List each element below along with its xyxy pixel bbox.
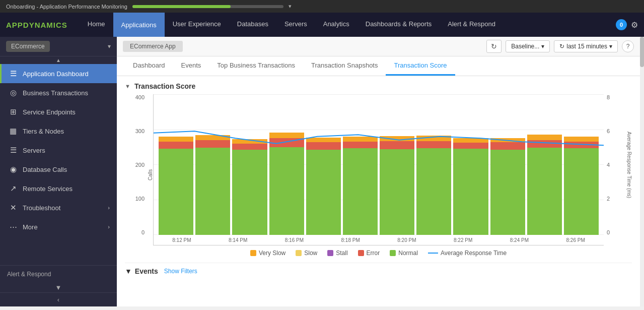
nav-servers[interactable]: Servers <box>276 13 315 37</box>
body-layout: ECommerce ▾ ▲ ☰ Application Dashboard ◎ … <box>0 37 644 306</box>
y-left-300: 300 <box>135 128 145 134</box>
logo-app: APP <box>6 21 23 29</box>
sidebar-scroll-down[interactable]: ▼ <box>0 283 117 292</box>
application-dashboard-icon: ☰ <box>9 69 18 78</box>
bar-error <box>416 141 451 148</box>
sidebar-item-label: Database Calls <box>23 166 67 173</box>
refresh-button[interactable]: ↻ <box>486 40 502 53</box>
main-content: ECommerce App ↻ Baseline... ▾ ↻ last 15 … <box>117 37 640 306</box>
bar-group <box>343 94 378 235</box>
loading-bar-container: Onboarding - Application Performance Mon… <box>0 0 644 13</box>
sidebar-item-more[interactable]: ⋯ More › <box>0 217 117 236</box>
sidebar-item-remote-services[interactable]: ↗ Remote Services <box>0 179 117 198</box>
y-axis-right-label: Average Response Time (ms) <box>626 94 632 245</box>
events-header[interactable]: ▼ Events <box>125 267 158 275</box>
bar-very-slow <box>269 133 304 138</box>
sidebar-item-business-transactions[interactable]: ◎ Business Transactions <box>0 83 117 102</box>
normal-box <box>390 250 396 256</box>
time-range-button[interactable]: ↻ last 15 minutes ▾ <box>554 40 618 52</box>
database-calls-icon: ◉ <box>9 165 18 174</box>
sidebar-chevron-icon[interactable]: ▾ <box>108 43 111 50</box>
sidebar-item-tiers-nodes[interactable]: ▦ Tiers & Nodes <box>0 121 117 141</box>
show-filters-button[interactable]: Show Filters <box>164 268 197 275</box>
sidebar-header: ECommerce ▾ <box>0 37 117 56</box>
legend-normal: Normal <box>390 250 418 257</box>
nav-databases[interactable]: Databases <box>229 13 276 37</box>
y-axis-right: 8 6 4 2 0 <box>604 94 626 245</box>
bar-group <box>527 94 562 235</box>
stall-label: Stall <box>336 250 347 257</box>
nav-badge[interactable]: 0 <box>616 19 627 30</box>
sidebar-item-service-endpoints[interactable]: ⊞ Service Endpoints <box>0 102 117 121</box>
section-toggle-icon: ▼ <box>125 83 130 89</box>
troubleshoot-icon: ✕ <box>9 203 18 212</box>
bar-group <box>195 94 230 235</box>
time-label: last 15 minutes <box>566 43 607 50</box>
legend-slow: Slow <box>296 250 317 257</box>
bars-container <box>154 94 604 235</box>
nav-applications[interactable]: Applications <box>113 13 165 37</box>
sub-toolbar: ECommerce App ↻ Baseline... ▾ ↻ last 15 … <box>117 37 640 56</box>
stall-box <box>327 250 333 256</box>
loading-bar-arrow[interactable]: ▾ <box>289 3 292 10</box>
nav-alert[interactable]: Alert & Respond <box>440 13 504 37</box>
bar-normal <box>564 148 599 235</box>
sidebar-item-troubleshoot[interactable]: ✕ Troubleshoot › <box>0 198 117 217</box>
x-label: 8:14 PM <box>229 237 247 243</box>
sidebar-alert-respond[interactable]: Alert & Respond <box>0 265 117 283</box>
chart-section-header[interactable]: ▼ Transaction Score <box>125 82 632 90</box>
tab-top-business-transactions[interactable]: Top Business Transactions <box>209 56 303 76</box>
scrollbar-thumb[interactable] <box>640 37 644 67</box>
bar-normal <box>195 148 230 235</box>
loading-bar-text: Onboarding - Application Performance Mon… <box>6 4 127 10</box>
bar-error <box>527 140 562 148</box>
sidebar-item-application-dashboard[interactable]: ☰ Application Dashboard <box>0 64 117 83</box>
chart-title: Transaction Score <box>134 82 195 90</box>
bar-group <box>564 94 599 235</box>
right-scrollbar[interactable] <box>640 37 644 306</box>
logo-dynamics: DYNAMICS <box>23 21 67 29</box>
bar-very-slow <box>195 135 230 140</box>
nav-home[interactable]: Home <box>80 13 113 37</box>
bar-group <box>490 94 525 235</box>
sub-toolbar-app-name[interactable]: ECommerce App <box>123 41 183 52</box>
x-axis: 8:12 PM8:14 PM8:16 PM8:18 PM8:20 PM8:22 … <box>154 235 604 245</box>
sidebar-scroll-up[interactable]: ▲ <box>0 56 117 64</box>
gear-icon[interactable]: ⚙ <box>631 20 638 30</box>
sidebar-item-database-calls[interactable]: ◉ Database Calls <box>0 160 117 179</box>
baseline-button[interactable]: Baseline... ▾ <box>506 40 550 52</box>
y-right-6: 6 <box>607 128 610 134</box>
sidebar-collapse-button[interactable]: ‹ <box>0 292 117 306</box>
events-toggle-icon: ▼ <box>125 267 132 275</box>
avg-response-line <box>428 253 438 254</box>
more-icon: ⋯ <box>9 222 18 231</box>
sidebar-item-label: More <box>23 223 38 231</box>
events-section: ▼ Events Show Filters <box>125 263 632 277</box>
tab-events[interactable]: Events <box>173 56 209 76</box>
bar-error <box>269 138 304 147</box>
help-button[interactable]: ? <box>622 40 634 52</box>
normal-label: Normal <box>398 250 418 257</box>
bar-very-slow <box>564 137 599 142</box>
troubleshoot-arrow-icon: › <box>108 205 110 211</box>
bar-very-slow <box>306 138 341 142</box>
sidebar-item-servers[interactable]: ☰ Servers <box>0 141 117 160</box>
loading-bar-fill <box>132 5 231 8</box>
tab-transaction-snapshots[interactable]: Transaction Snapshots <box>303 56 386 76</box>
bar-error <box>195 140 230 148</box>
nav-user-experience[interactable]: User Experience <box>165 13 229 37</box>
x-label: 8:18 PM <box>341 237 360 243</box>
y-left-400: 400 <box>135 94 145 100</box>
y-axis-left: 400 300 200 100 0 <box>125 94 148 245</box>
nav-dashboards[interactable]: Dashboards & Reports <box>357 13 440 37</box>
time-chevron-icon: ▾ <box>609 43 612 50</box>
legend-avg-response: Average Response Time <box>428 250 507 257</box>
sidebar-item-label: Service Endpoints <box>23 108 76 116</box>
bar-group <box>159 94 193 235</box>
tab-transaction-score[interactable]: Transaction Score <box>386 56 455 76</box>
very-slow-box <box>250 250 256 256</box>
nav-analytics[interactable]: Analytics <box>315 13 357 37</box>
legend-error: Error <box>358 250 380 257</box>
tab-dashboard[interactable]: Dashboard <box>125 56 173 76</box>
sidebar-app-name[interactable]: ECommerce <box>6 41 50 52</box>
